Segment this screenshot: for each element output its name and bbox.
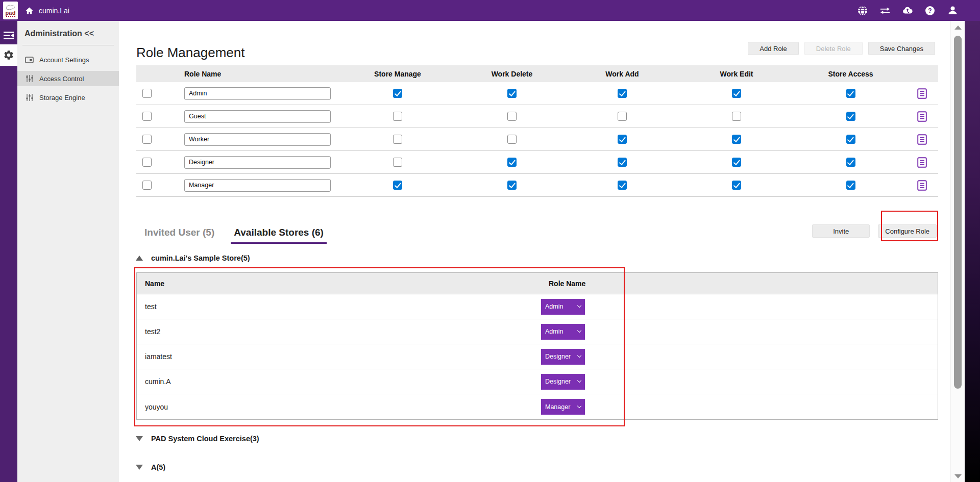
work-add-checkbox[interactable] <box>618 158 627 167</box>
store-user-row: test2 Admin <box>137 319 938 344</box>
save-changes-button[interactable]: Save Changes <box>868 42 935 55</box>
work-edit-checkbox[interactable] <box>732 158 741 167</box>
work-edit-checkbox[interactable] <box>732 135 741 144</box>
chevron-down-icon <box>577 353 581 358</box>
role-select[interactable]: Admin <box>541 324 585 340</box>
store-manage-checkbox[interactable] <box>393 112 402 121</box>
chevron-down-icon <box>577 303 581 308</box>
sidebar-title[interactable]: Administration << <box>24 29 119 38</box>
column-work-edit: Work Edit <box>677 70 796 78</box>
row-select-checkbox[interactable] <box>142 158 152 167</box>
role-name-input[interactable] <box>184 179 331 192</box>
work-delete-checkbox[interactable] <box>507 112 517 121</box>
role-name-input[interactable] <box>184 110 331 123</box>
store-access-checkbox[interactable] <box>846 135 855 144</box>
row-select-checkbox[interactable] <box>142 181 152 190</box>
work-edit-checkbox[interactable] <box>732 112 741 121</box>
scroll-up-icon[interactable] <box>954 26 962 30</box>
store-access-checkbox[interactable] <box>846 181 855 190</box>
role-detail-list-icon[interactable] <box>917 134 927 145</box>
store-manage-checkbox[interactable] <box>393 135 402 144</box>
work-delete-checkbox[interactable] <box>507 89 517 98</box>
user-name: test2 <box>137 327 541 336</box>
pad-logo[interactable]: pad <box>3 2 18 19</box>
role-row-worker <box>136 128 938 151</box>
store-access-checkbox[interactable] <box>846 112 855 121</box>
store-access-checkbox[interactable] <box>846 158 855 167</box>
tab-available-stores[interactable]: Available Stores (6) <box>231 227 327 244</box>
column-role-name: Role Name <box>165 70 338 78</box>
column-name: Name <box>137 280 541 288</box>
invite-button[interactable]: Invite <box>812 224 870 238</box>
sidebar-item-storage-engine[interactable]: Storage Engine <box>17 90 119 105</box>
globe-icon[interactable] <box>857 6 868 16</box>
role-select[interactable]: Manager <box>541 399 585 415</box>
menu-toggle-icon[interactable] <box>0 28 17 42</box>
row-select-checkbox[interactable] <box>142 112 152 121</box>
vertical-scrollbar[interactable] <box>950 21 965 482</box>
icon-rail <box>0 21 17 482</box>
role-row-guest <box>136 105 938 128</box>
store-user-row: iamatest Designer <box>137 344 938 369</box>
tab-invited-user[interactable]: Invited User (5) <box>141 227 217 244</box>
sidebar-item-account-settings[interactable]: Account Settings <box>17 52 119 67</box>
work-add-checkbox[interactable] <box>618 112 627 121</box>
work-add-checkbox[interactable] <box>618 181 627 190</box>
transfer-icon[interactable] <box>880 6 890 16</box>
work-edit-checkbox[interactable] <box>732 181 741 190</box>
role-select[interactable]: Designer <box>541 374 585 390</box>
store-manage-checkbox[interactable] <box>393 158 402 167</box>
administration-gear-icon[interactable] <box>0 44 17 66</box>
store-users-table-header: Name Role Name <box>137 273 938 294</box>
work-add-checkbox[interactable] <box>618 135 627 144</box>
work-delete-checkbox[interactable] <box>507 135 517 144</box>
desktop-edge <box>965 21 980 482</box>
work-delete-checkbox[interactable] <box>507 181 517 190</box>
home-icon[interactable] <box>25 7 34 15</box>
store-manage-checkbox[interactable] <box>393 181 402 190</box>
store-manage-checkbox[interactable] <box>393 89 402 98</box>
sidebar-item-label: Access Control <box>39 75 84 83</box>
expand-triangle-icon <box>136 465 143 470</box>
work-edit-checkbox[interactable] <box>732 89 741 98</box>
user-store-tabs: Invited User (5) Available Stores (6) <box>141 227 327 244</box>
role-select[interactable]: Designer <box>541 349 585 365</box>
store-group-sample-store[interactable]: cumin.Lai's Sample Store(5) <box>136 254 250 262</box>
role-select-value: Admin <box>545 303 563 310</box>
role-select-value: Manager <box>545 403 570 411</box>
logo-text: pad <box>5 10 15 15</box>
configure-role-button[interactable]: Configure Role <box>878 224 937 238</box>
role-name-input[interactable] <box>184 87 331 100</box>
cloud-sync-icon[interactable] <box>902 6 913 16</box>
scroll-down-icon[interactable] <box>954 474 962 478</box>
role-detail-list-icon[interactable] <box>917 88 927 99</box>
sidebar-item-access-control[interactable]: Access Control <box>17 71 119 86</box>
scrollbar-thumb[interactable] <box>954 36 962 389</box>
help-icon[interactable]: ? <box>925 6 935 16</box>
role-name-input[interactable] <box>184 156 331 169</box>
role-detail-list-icon[interactable] <box>917 180 927 191</box>
sidebar-divider <box>22 45 114 45</box>
store-group-pad-system-cloud-exercise[interactable]: PAD System Cloud Exercise(3) <box>136 435 259 443</box>
store-group-a[interactable]: A(5) <box>136 463 165 471</box>
role-row-manager <box>136 174 938 197</box>
column-work-delete: Work Delete <box>457 70 567 78</box>
add-role-button[interactable]: Add Role <box>748 42 798 55</box>
row-select-checkbox[interactable] <box>142 135 152 144</box>
role-name-input[interactable] <box>184 133 331 146</box>
store-access-checkbox[interactable] <box>846 89 855 98</box>
store-user-row: test Admin <box>137 294 938 319</box>
logo-underline <box>6 16 15 17</box>
user-icon[interactable] <box>947 6 958 16</box>
row-select-checkbox[interactable] <box>142 89 152 98</box>
role-detail-list-icon[interactable] <box>917 157 927 168</box>
role-detail-list-icon[interactable] <box>917 111 927 122</box>
store-users-table: Name Role Name test Admin test2 Admin ia… <box>136 272 938 420</box>
role-select-value: Designer <box>545 353 571 360</box>
admin-sidebar: Administration << Account Settings Acces… <box>17 21 119 482</box>
work-delete-checkbox[interactable] <box>507 158 517 167</box>
tab-actions: Invite Configure Role <box>812 224 937 238</box>
sliders-icon <box>25 93 34 102</box>
work-add-checkbox[interactable] <box>618 89 627 98</box>
role-select[interactable]: Admin <box>541 299 585 315</box>
